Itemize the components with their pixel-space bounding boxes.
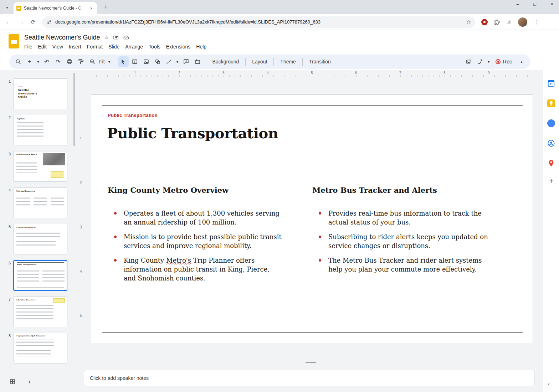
menu-extensions[interactable]: Extensions xyxy=(163,43,193,51)
menu-arrange[interactable]: Arrange xyxy=(122,43,146,51)
bullet-item[interactable]: The Metro Bus Tracker and rider alert sy… xyxy=(312,256,491,274)
document-status-cloud-icon[interactable] xyxy=(123,35,129,41)
address-bar[interactable]: docs.google.com/presentation/d/1iAzFC2Zr… xyxy=(42,16,475,28)
star-document-icon[interactable]: ☆ xyxy=(104,35,109,40)
bullet-item[interactable]: Provides real-time bus information to tr… xyxy=(312,209,491,227)
slide-eyebrow-text[interactable]: Public Transportation xyxy=(108,113,158,118)
insert-comment-icon[interactable] xyxy=(181,56,191,67)
add-addon-icon[interactable]: + xyxy=(547,177,555,185)
contacts-icon[interactable] xyxy=(547,139,555,148)
filmstrip-scrollbar[interactable] xyxy=(73,73,75,146)
forward-button[interactable]: → xyxy=(16,17,26,27)
maps-icon[interactable] xyxy=(547,159,555,167)
tab-search-button[interactable]: ▾ xyxy=(3,3,11,12)
bullet-text[interactable]: Mission is to provide best possible publ… xyxy=(124,232,282,250)
bullet-item[interactable]: Subscribing to rider alerts keeps you up… xyxy=(312,232,491,250)
theme-button[interactable]: Theme xyxy=(277,57,299,67)
toolbar-collapse-icon[interactable]: ▴ xyxy=(516,56,527,67)
print-icon[interactable] xyxy=(64,56,75,67)
column-heading[interactable]: King County Metro Overview xyxy=(108,186,282,195)
undo-icon[interactable]: ↶ xyxy=(41,56,52,67)
slide-thumbnail-6-selected[interactable]: Public Transportation xyxy=(13,260,67,291)
bullet-text[interactable]: The Metro Bus Tracker and rider alert sy… xyxy=(328,256,491,274)
bullet-item[interactable]: Operates a fleet of about 1,300 vehicles… xyxy=(108,209,282,227)
download-icon[interactable] xyxy=(504,17,514,27)
menu-slide[interactable]: Slide xyxy=(106,43,122,51)
zoom-icon[interactable] xyxy=(87,56,98,67)
layout-button[interactable]: Layout xyxy=(248,57,271,67)
bookmark-star-icon[interactable]: ☆ xyxy=(466,19,471,25)
slide-thumbnail-5[interactable]: Utilities and Services xyxy=(13,224,67,254)
slide-thumbnail-2[interactable]: Agenda xyxy=(13,115,67,145)
slide-thumbnail-1[interactable]: Seattle Newcomer's Guide xyxy=(13,78,67,109)
new-slide-button[interactable]: + xyxy=(24,56,35,67)
bullet-dot-icon xyxy=(319,236,321,238)
slide-title-text[interactable]: Public Transportation xyxy=(107,125,278,141)
insert-shape-icon[interactable] xyxy=(152,56,163,67)
insert-image-icon[interactable] xyxy=(141,56,152,67)
speaker-notes-input[interactable]: Click to add speaker notes xyxy=(84,370,535,386)
bullet-text[interactable]: Operates a fleet of about 1,300 vehicles… xyxy=(124,209,282,227)
side-panel-expand-icon[interactable]: › xyxy=(548,381,550,386)
pointer-button[interactable] xyxy=(475,56,486,67)
filmstrip-collapse-icon[interactable]: ‹ xyxy=(26,378,34,386)
reload-button[interactable]: ⟳ xyxy=(28,17,39,27)
transition-button[interactable]: Transition xyxy=(306,57,334,67)
zoom-level-select[interactable]: Fit xyxy=(98,57,106,67)
site-settings-icon[interactable] xyxy=(46,19,52,25)
bullet-text[interactable]: Provides real-time bus information to tr… xyxy=(328,209,491,227)
menu-insert[interactable]: Insert xyxy=(66,43,84,51)
bullet-item[interactable]: King County Metro's Trip Planner offers … xyxy=(108,256,282,283)
menu-format[interactable]: Format xyxy=(84,43,106,51)
keep-icon[interactable] xyxy=(547,99,555,108)
tasks-icon[interactable] xyxy=(547,119,555,128)
back-button[interactable]: ← xyxy=(4,17,14,27)
menu-edit[interactable]: Edit xyxy=(35,43,50,51)
menu-view[interactable]: View xyxy=(50,43,66,51)
zoom-dropdown-icon[interactable]: ▾ xyxy=(107,60,112,64)
browser-menu-kebab-icon[interactable]: ⋮ xyxy=(531,17,542,27)
tab-close-icon[interactable]: × xyxy=(88,6,94,11)
slide-thumbnail-7[interactable]: Education Resources xyxy=(13,296,67,327)
window-minimize-button[interactable]: – xyxy=(514,1,521,7)
paint-format-icon[interactable] xyxy=(76,56,86,67)
move-folder-icon[interactable] xyxy=(113,35,119,40)
new-slide-dropdown-icon[interactable]: ▾ xyxy=(36,60,41,64)
document-title[interactable]: Seattle Newcomer's Guide xyxy=(24,34,100,41)
browser-profile-avatar[interactable] xyxy=(518,17,527,27)
new-tab-button[interactable]: + xyxy=(101,2,111,12)
menus-search-icon[interactable] xyxy=(13,56,24,67)
menu-file[interactable]: File xyxy=(21,43,35,51)
calendar-icon[interactable]: 31 xyxy=(547,79,555,88)
slide-left-column[interactable]: King County Metro Overview Operates a fl… xyxy=(108,186,282,288)
insert-placeholder-icon[interactable] xyxy=(192,56,203,67)
background-button[interactable]: Background xyxy=(209,57,243,67)
bullet-text[interactable]: Subscribing to rider alerts keeps you up… xyxy=(328,232,491,250)
slide-thumbnail-3[interactable]: Introduction to Seattle xyxy=(13,151,67,182)
pointer-dropdown-icon[interactable]: ▾ xyxy=(486,60,491,64)
browser-tab[interactable]: Seattle Newcomer's Guide - G × xyxy=(14,2,97,14)
insert-line-icon[interactable] xyxy=(164,56,174,67)
window-maximize-button[interactable]: □ xyxy=(531,1,538,7)
grid-view-icon[interactable] xyxy=(9,378,16,386)
slide-thumbnail-8[interactable]: Employment and Job Resources xyxy=(13,333,67,363)
bullet-item[interactable]: Mission is to provide best possible publ… xyxy=(108,232,282,250)
column-heading[interactable]: Metro Bus Tracker and Alerts xyxy=(312,186,491,195)
rec-button[interactable]: Rec xyxy=(492,59,516,65)
notes-resize-handle[interactable] xyxy=(306,362,316,363)
slide-thumbnail-4[interactable]: Moving Resources xyxy=(13,187,67,218)
redo-icon[interactable]: ↷ xyxy=(53,56,63,67)
menu-help[interactable]: Help xyxy=(193,43,209,51)
slide-right-column[interactable]: Metro Bus Tracker and Alerts Provides re… xyxy=(312,186,491,279)
image-placeholder-button[interactable] xyxy=(463,56,474,67)
extensions-puzzle-icon[interactable] xyxy=(492,17,502,27)
bullet-text[interactable]: King County Metro's Trip Planner offers … xyxy=(124,256,282,283)
menu-tools[interactable]: Tools xyxy=(146,43,163,51)
line-dropdown-icon[interactable]: ▾ xyxy=(175,60,180,64)
slides-logo[interactable] xyxy=(9,34,19,48)
extension-icon[interactable] xyxy=(481,19,488,25)
slide-canvas[interactable]: Public Transportation Public Transportat… xyxy=(91,94,533,343)
window-close-button[interactable]: × xyxy=(548,1,555,7)
text-box-tool[interactable] xyxy=(129,56,140,67)
select-tool[interactable] xyxy=(118,56,129,67)
